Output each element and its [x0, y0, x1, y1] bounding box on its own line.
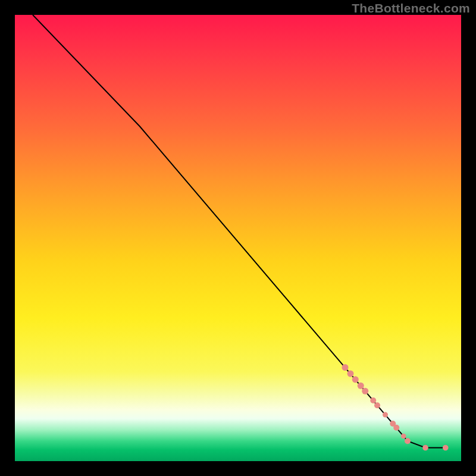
data-point — [393, 425, 399, 431]
bottleneck-curve — [33, 15, 446, 448]
data-point — [401, 434, 406, 439]
data-point — [358, 383, 364, 389]
data-point — [370, 397, 376, 403]
data-point — [422, 445, 428, 451]
data-point — [443, 445, 449, 451]
data-point — [405, 438, 411, 444]
data-point — [383, 412, 388, 418]
data-point — [347, 371, 354, 377]
chart-overlay — [15, 15, 461, 461]
plot-area — [15, 15, 461, 461]
watermark-text: TheBottleneck.com — [352, 1, 470, 15]
data-point — [362, 388, 368, 394]
data-markers — [342, 364, 449, 450]
data-line — [33, 15, 446, 448]
chart-canvas: TheBottleneck.com — [0, 0, 476, 476]
data-point — [342, 364, 349, 371]
data-point — [352, 376, 359, 383]
data-point — [374, 402, 380, 408]
